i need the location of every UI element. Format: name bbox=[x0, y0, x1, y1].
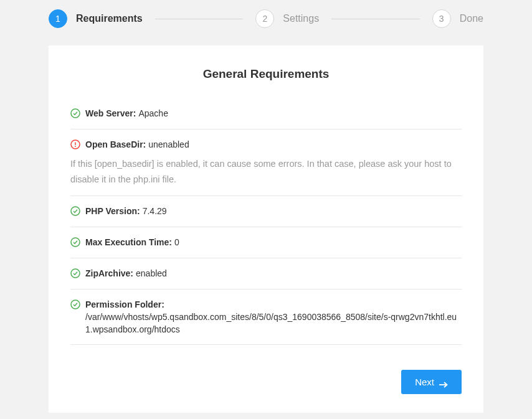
requirement-value: unenabled bbox=[148, 138, 189, 151]
step-done[interactable]: 3 Done bbox=[432, 9, 483, 28]
check-icon bbox=[70, 268, 80, 278]
requirement-ziparchive: ZipArchive: enabled bbox=[70, 258, 462, 290]
requirement-value: /var/www/vhosts/wp5.qsandbox.com_sites/8… bbox=[85, 311, 462, 336]
requirements-card: General Requirements Web Server: Apache … bbox=[49, 45, 483, 413]
requirement-label: Open BaseDir: bbox=[85, 138, 146, 151]
arrow-right-icon bbox=[439, 379, 448, 385]
step-number: 2 bbox=[255, 9, 274, 28]
requirement-value: Apache bbox=[138, 107, 168, 120]
requirement-label: Web Server: bbox=[85, 107, 136, 120]
requirement-note: If this [open_basedir] is enabled, it ca… bbox=[70, 156, 462, 187]
check-icon bbox=[70, 206, 80, 216]
requirement-value: 7.4.29 bbox=[143, 205, 167, 218]
requirement-value: 0 bbox=[174, 236, 179, 249]
requirement-maxexec: Max Execution Time: 0 bbox=[70, 227, 462, 258]
step-label: Requirements bbox=[76, 13, 143, 24]
requirement-label: Max Execution Time: bbox=[85, 236, 172, 249]
step-number: 3 bbox=[432, 9, 451, 28]
step-label: Done bbox=[460, 13, 483, 24]
requirement-label: PHP Version: bbox=[85, 205, 140, 218]
step-label: Settings bbox=[283, 13, 319, 24]
card-title: General Requirements bbox=[70, 67, 462, 81]
step-requirements[interactable]: 1 Requirements bbox=[49, 9, 143, 28]
next-button-label: Next bbox=[415, 377, 434, 387]
requirement-permission-folder: Permission Folder: /var/www/vhosts/wp5.q… bbox=[70, 290, 462, 345]
svg-point-3 bbox=[75, 146, 76, 147]
requirement-value: enabled bbox=[136, 267, 167, 280]
check-icon bbox=[70, 237, 80, 247]
requirement-label: ZipArchive: bbox=[85, 267, 133, 280]
requirement-webserver: Web Server: Apache bbox=[70, 98, 462, 129]
requirement-label: Permission Folder: bbox=[85, 298, 164, 311]
next-button[interactable]: Next bbox=[401, 370, 462, 394]
card-footer: Next bbox=[70, 370, 462, 394]
check-icon bbox=[70, 108, 80, 118]
requirement-php: PHP Version: 7.4.29 bbox=[70, 196, 462, 227]
warning-icon bbox=[70, 139, 80, 149]
step-divider bbox=[155, 19, 244, 19]
stepper: 1 Requirements 2 Settings 3 Done bbox=[0, 9, 532, 28]
check-icon bbox=[70, 299, 80, 309]
step-divider bbox=[331, 19, 420, 19]
requirement-openbasedir: Open BaseDir: unenabled If this [open_ba… bbox=[70, 129, 462, 196]
step-number: 1 bbox=[49, 9, 67, 28]
step-settings[interactable]: 2 Settings bbox=[255, 9, 319, 28]
